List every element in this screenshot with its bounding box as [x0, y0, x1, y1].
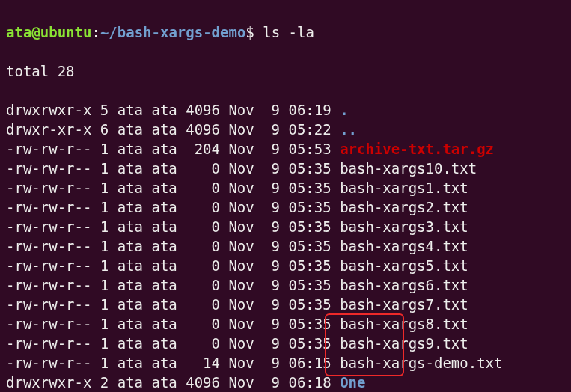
file-meta: -rw-rw-r-- 1 ata ata 14 Nov 9 06:15 [6, 355, 340, 371]
prompt-end: $ [245, 24, 254, 40]
file-name: .. [340, 121, 357, 138]
prompt-colon: : [91, 24, 100, 40]
list-row: drwxrwxr-x 2 ata ata 4096 Nov 9 06:18 On… [6, 373, 567, 392]
file-meta: -rw-rw-r-- 1 ata ata 0 Nov 9 05:35 [6, 316, 340, 332]
file-name: bash-xargs1.txt [340, 180, 468, 196]
file-name: bash-xargs8.txt [340, 316, 468, 332]
file-meta: -rw-rw-r-- 1 ata ata 0 Nov 9 05:35 [6, 160, 340, 177]
file-name: bash-xargs2.txt [340, 199, 468, 215]
file-name: bash-xargs6.txt [340, 277, 468, 293]
prompt-path: ~/bash-xargs-demo [100, 24, 245, 40]
file-meta: -rw-rw-r-- 1 ata ata 0 Nov 9 05:35 [6, 296, 340, 313]
list-row: -rw-rw-r-- 1 ata ata 204 Nov 9 05:53 arc… [6, 139, 567, 159]
file-meta: -rw-rw-r-- 1 ata ata 0 Nov 9 05:35 [6, 257, 340, 274]
file-name: . [340, 102, 348, 118]
file-name: bash-xargs10.txt [340, 160, 477, 177]
prompt-host: ubuntu [40, 24, 92, 40]
file-meta: -rw-rw-r-- 1 ata ata 0 Nov 9 05:35 [6, 218, 340, 235]
file-name: bash-xargs5.txt [340, 257, 468, 274]
file-name: bash-xargs3.txt [340, 218, 468, 235]
file-name: archive-txt.tar.gz [340, 141, 494, 157]
file-name: One [340, 374, 365, 391]
file-meta: -rw-rw-r-- 1 ata ata 0 Nov 9 05:35 [6, 199, 340, 215]
list-row: -rw-rw-r-- 1 ata ata 0 Nov 9 05:35 bash-… [6, 275, 567, 295]
file-meta: -rw-rw-r-- 1 ata ata 204 Nov 9 05:53 [6, 141, 340, 157]
list-row: -rw-rw-r-- 1 ata ata 0 Nov 9 05:35 bash-… [6, 159, 567, 178]
list-row: -rw-rw-r-- 1 ata ata 0 Nov 9 05:35 bash-… [6, 256, 567, 275]
file-name: bash-xargs-demo.txt [340, 355, 502, 371]
command-text: ls -la [254, 24, 314, 40]
list-row: drwxr-xr-x 6 ata ata 4096 Nov 9 05:22 .. [6, 120, 567, 139]
list-row: -rw-rw-r-- 1 ata ata 0 Nov 9 05:35 bash-… [6, 334, 567, 353]
file-name: bash-xargs9.txt [340, 335, 468, 352]
list-row: -rw-rw-r-- 1 ata ata 14 Nov 9 06:15 bash… [6, 353, 567, 373]
list-row: -rw-rw-r-- 1 ata ata 0 Nov 9 05:35 bash-… [6, 295, 567, 314]
file-listing: drwxrwxr-x 5 ata ata 4096 Nov 9 06:19 .d… [6, 100, 567, 392]
list-row: -rw-rw-r-- 1 ata ata 0 Nov 9 05:35 bash-… [6, 178, 567, 197]
file-name: bash-xargs7.txt [340, 296, 468, 313]
list-row: -rw-rw-r-- 1 ata ata 0 Nov 9 05:35 bash-… [6, 217, 567, 236]
total-line: total 28 [6, 61, 567, 81]
prompt-line-1: ata@ubuntu:~/bash-xargs-demo$ ls -la [6, 22, 567, 42]
file-name: bash-xargs4.txt [340, 238, 468, 254]
file-meta: drwxr-xr-x 6 ata ata 4096 Nov 9 05:22 [6, 121, 340, 138]
prompt-user: ata [6, 24, 31, 40]
prompt-at: @ [31, 24, 40, 40]
file-meta: drwxrwxr-x 2 ata ata 4096 Nov 9 06:18 [6, 374, 340, 391]
file-meta: -rw-rw-r-- 1 ata ata 0 Nov 9 05:35 [6, 180, 340, 196]
terminal[interactable]: ata@ubuntu:~/bash-xargs-demo$ ls -la tot… [0, 0, 571, 392]
list-row: -rw-rw-r-- 1 ata ata 0 Nov 9 05:35 bash-… [6, 236, 567, 256]
file-meta: -rw-rw-r-- 1 ata ata 0 Nov 9 05:35 [6, 335, 340, 352]
list-row: -rw-rw-r-- 1 ata ata 0 Nov 9 05:35 bash-… [6, 197, 567, 217]
list-row: drwxrwxr-x 5 ata ata 4096 Nov 9 06:19 . [6, 100, 567, 120]
file-meta: drwxrwxr-x 5 ata ata 4096 Nov 9 06:19 [6, 102, 340, 118]
file-meta: -rw-rw-r-- 1 ata ata 0 Nov 9 05:35 [6, 277, 340, 293]
list-row: -rw-rw-r-- 1 ata ata 0 Nov 9 05:35 bash-… [6, 314, 567, 334]
file-meta: -rw-rw-r-- 1 ata ata 0 Nov 9 05:35 [6, 238, 340, 254]
